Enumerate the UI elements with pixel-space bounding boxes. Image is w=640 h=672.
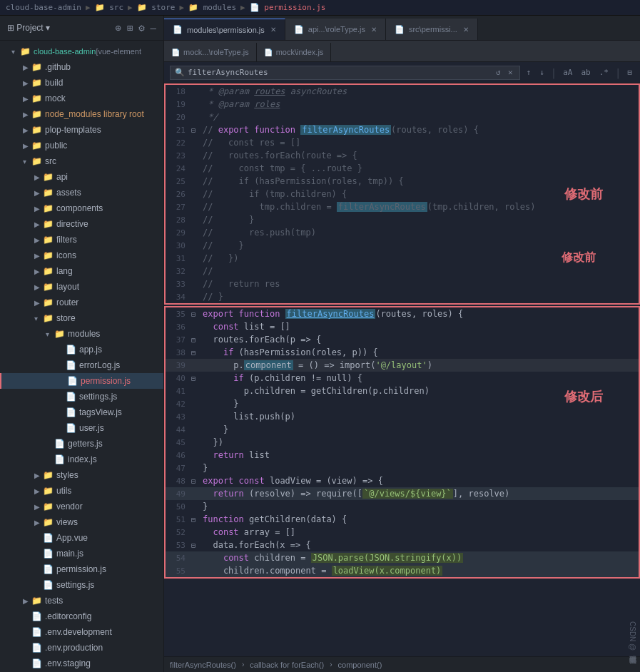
code-line-46: 46 return list	[166, 449, 639, 462]
sidebar-item-lang[interactable]: ▶ 📁 lang	[0, 263, 163, 279]
filter-icon[interactable]: ⊟	[625, 67, 634, 78]
code-line-36: 36 const list = []	[166, 320, 639, 333]
code-line-37: 37 ⊟ routes.forEach(p => {	[166, 333, 639, 346]
code-line-18: 18 * @param routes asyncRoutes	[166, 85, 639, 98]
status-item-2: callback for forEach()	[250, 661, 324, 669]
search-wrap: 🔍 ↺ ✕	[170, 66, 520, 80]
next-match-icon[interactable]: ↓	[537, 67, 547, 78]
tab-src-permission[interactable]: 📄 src\permissi... ✕	[386, 19, 478, 40]
tab-permission-js[interactable]: 📄 modules\permission.js ✕	[164, 19, 285, 40]
app-name: cloud-base-admin	[6, 3, 81, 12]
tab-close-icon[interactable]: ✕	[270, 26, 276, 34]
status-item-1: filterAsyncRoutes()	[170, 661, 236, 669]
code-line-23: 23 // routes.forEach(route => {	[166, 149, 639, 162]
code-line-35: 35 ⊟ export function filterAsyncRoutes(r…	[166, 307, 639, 320]
sidebar-item-mock[interactable]: ▶ 📁 mock	[0, 91, 163, 106]
sidebar-item-modules[interactable]: ▾ 📁 modules	[0, 326, 163, 342]
settings-icon[interactable]: ⚙	[138, 22, 144, 34]
sidebar-item-editorconfig[interactable]: 📄 .editorconfig	[0, 609, 163, 624]
sidebar-item-main-js[interactable]: 📄 main.js	[0, 546, 163, 561]
sidebar-item-router[interactable]: ▶ 📁 router	[0, 295, 163, 310]
new-file-icon[interactable]: ⊕	[115, 22, 121, 34]
code-line-43: 43 list.push(p)	[166, 410, 639, 423]
sidebar-item-views[interactable]: ▶ 📁 views	[0, 514, 163, 530]
sidebar-item-filters[interactable]: ▶ 📁 filters	[0, 232, 163, 248]
main-layout: ⊞ Project ▾ ⊕ ⊞ ⚙ — ▾ 📁 cloud-base-admin…	[0, 16, 640, 672]
code-line-26: 26 // if (tmp.children) {	[166, 188, 639, 200]
tab-close-icon2[interactable]: ✕	[371, 26, 377, 34]
word-icon[interactable]: ab	[579, 67, 592, 78]
sidebar-item-permission-js-active[interactable]: 📄 permission.js	[0, 373, 163, 389]
sidebar-title: ⊞ Project ▾	[7, 23, 50, 33]
sidebar-item-plop[interactable]: ▶ 📁 plop-templates	[0, 122, 163, 138]
sidebar-item-api[interactable]: ▶ 📁 api	[0, 169, 163, 185]
sidebar-item-vendor[interactable]: ▶ 📁 vendor	[0, 499, 163, 514]
sidebar-item-tagsview-js[interactable]: 📄 tagsView.js	[0, 404, 163, 420]
code-line-49: 49 return (resolve) => require([`@/views…	[166, 487, 639, 500]
collapse-icon[interactable]: —	[151, 22, 156, 34]
breadcrumb-src: 📁 src	[95, 3, 124, 12]
code-line-41: 41 p.children = getChildren(p.children)	[166, 385, 639, 397]
sidebar-item-errorlog-js[interactable]: 📄 errorLog.js	[0, 357, 163, 373]
code-line-21: 21 ⊟ // export function filterAsyncRoute…	[166, 123, 639, 136]
sidebar-item-node-modules[interactable]: ▶ 📁 node_modules library root	[0, 106, 163, 122]
clear-search-icon[interactable]: ↺	[494, 67, 503, 78]
sidebar-item-settings-js2[interactable]: 📄 settings.js	[0, 577, 163, 593]
sidebar-item-env-prod[interactable]: 📄 .env.production	[0, 640, 163, 656]
prev-match-icon[interactable]: ↑	[524, 67, 534, 78]
watermark: CSDN @笑到世界都狼狈	[627, 621, 637, 651]
sidebar-item-github[interactable]: ▶ 📁 .github	[0, 59, 163, 75]
sidebar-item-settings-js[interactable]: 📄 settings.js	[0, 389, 163, 404]
code-line-44: 44 }	[166, 423, 639, 436]
sidebar-item-getters-js[interactable]: 📄 getters.js	[0, 436, 163, 452]
sidebar-item-utils[interactable]: ▶ 📁 utils	[0, 483, 163, 499]
sidebar-item-env-dev[interactable]: 📄 .env.development	[0, 624, 163, 640]
tab-label: modules\permission.js	[187, 26, 265, 34]
code-line-32: 32 //	[166, 265, 639, 278]
sidebar-item-build[interactable]: ▶ 📁 build	[0, 75, 163, 91]
sidebar-item-layout[interactable]: ▶ 📁 layout	[0, 279, 163, 295]
sidebar-item-assets[interactable]: ▶ 📁 assets	[0, 185, 163, 200]
new-folder-icon[interactable]: ⊞	[127, 22, 133, 34]
sidebar-item-components[interactable]: ▶ 📁 components	[0, 200, 163, 216]
sidebar-item-directive[interactable]: ▶ 📁 directive	[0, 216, 163, 232]
sidebar-tree: ▾ 📁 cloud-base-admin [vue-element ▶ 📁 .g…	[0, 41, 163, 672]
sidebar-item-icons[interactable]: ▶ 📁 icons	[0, 248, 163, 263]
code-editor[interactable]: 18 * @param routes asyncRoutes 19 * @par…	[164, 83, 640, 656]
sidebar-item-store[interactable]: ▾ 📁 store	[0, 310, 163, 326]
tab-roletype-js[interactable]: 📄 api...\roleType.js ✕	[285, 19, 386, 40]
sidebar-item-styles[interactable]: ▶ 📁 styles	[0, 467, 163, 483]
sidebar-item-user-js[interactable]: 📄 user.js	[0, 420, 163, 436]
code-line-40: 40 ⊟ if (p.children != null) {	[166, 372, 639, 385]
tab2-mock-roletype[interactable]: 📄 mock...\roleType.js	[164, 43, 257, 61]
code-line-27: 27 // tmp.children = filterAsyncRoutes(t…	[166, 200, 639, 213]
code-line-50: 50 }	[166, 500, 639, 513]
code-line-19: 19 * @param roles	[166, 98, 639, 111]
status-bar: filterAsyncRoutes() › callback for forEa…	[164, 656, 640, 672]
sidebar-root[interactable]: ▾ 📁 cloud-base-admin [vue-element	[0, 44, 163, 59]
sidebar-item-permission-js2[interactable]: 📄 permission.js	[0, 561, 163, 577]
sidebar-item-tests[interactable]: ▶ 📁 tests	[0, 593, 163, 609]
code-line-28: 28 // }	[166, 213, 639, 226]
sidebar-item-src[interactable]: ▾ 📁 src	[0, 153, 163, 169]
code-line-53: 53 ⊟ data.forEach(x => {	[166, 539, 639, 551]
code-line-20: 20 */	[166, 111, 639, 123]
tab2-mock-index[interactable]: 📄 mock\index.js	[257, 43, 332, 61]
case-icon[interactable]: aA	[561, 67, 574, 78]
tab-close-icon3[interactable]: ✕	[463, 26, 469, 34]
sidebar-item-app-js[interactable]: 📄 app.js	[0, 342, 163, 357]
sidebar-item-app-vue[interactable]: 📄 App.vue	[0, 530, 163, 546]
breadcrumb-modules: 📁 modules	[188, 3, 236, 12]
code-line-54: 54 const children = JSON.parse(JSON.stri…	[166, 551, 639, 564]
search-input[interactable]	[188, 68, 491, 77]
sidebar-actions: ⊕ ⊞ ⚙ —	[115, 22, 156, 34]
sidebar-item-env-staging[interactable]: 📄 .env.staging	[0, 656, 163, 671]
sidebar-item-public[interactable]: ▶ 📁 public	[0, 138, 163, 153]
sidebar-item-index-js[interactable]: 📄 index.js	[0, 452, 163, 467]
code-line-39: 39 p.component = () => import('@/layout'…	[166, 359, 639, 372]
code-line-31: 31 // }) 修改前	[166, 252, 639, 265]
code-line-48: 48 ⊟ export const loadView = (view) => {	[166, 474, 639, 487]
editor-area: 📄 modules\permission.js ✕ 📄 api...\roleT…	[164, 16, 640, 672]
close-search-icon[interactable]: ✕	[506, 67, 515, 78]
regex-icon[interactable]: .*	[597, 67, 611, 78]
